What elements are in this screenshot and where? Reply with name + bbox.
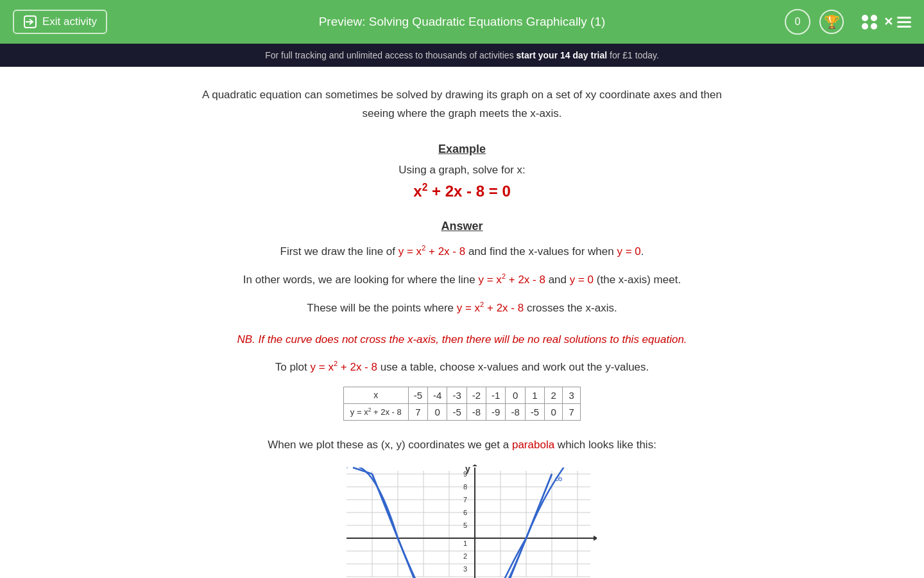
main-content: A quadratic equation can sometimes be so… <box>173 67 751 578</box>
dot2 <box>871 15 877 21</box>
answer-l1-y: y = 0 <box>617 245 640 258</box>
x-val-3: -3 <box>447 387 466 403</box>
svg-text:2: 2 <box>463 552 467 560</box>
parabola-word: parabola <box>512 439 554 451</box>
trophy-symbol: 🏆 <box>824 14 840 30</box>
parabola-text: When we plot these as (x, y) coordinates… <box>199 439 725 451</box>
header: Exit activity Preview: Solving Quadratic… <box>0 0 924 44</box>
menu-line2 <box>897 21 911 23</box>
svg-text:9: 9 <box>463 470 467 478</box>
svg-text:,: , <box>558 471 560 478</box>
svg-text:6: 6 <box>463 509 467 516</box>
answer-line3: These will be the points where y = x2 + … <box>199 297 725 319</box>
plot-text: To plot y = x2 + 2x - 8 use a table, cho… <box>199 360 725 374</box>
parabola-after: which looks like this: <box>554 439 656 451</box>
example-section: Example Using a graph, solve for x: x2 +… <box>199 143 725 200</box>
close-button[interactable]: ✕ <box>884 15 893 29</box>
exit-button[interactable]: Exit activity <box>13 10 107 34</box>
example-heading: Example <box>199 143 725 156</box>
svg-marker-22 <box>594 536 597 541</box>
dot4 <box>871 23 877 30</box>
example-equation-display: x2 + 2x - 8 = 0 <box>199 182 725 200</box>
trial-text-after: for £1 today. <box>607 50 659 60</box>
x-val-4: -2 <box>466 387 486 403</box>
answer-l3-before: These will be the points where <box>307 302 456 314</box>
y-val-8: 0 <box>545 403 563 420</box>
exit-label: Exit activity <box>42 15 97 28</box>
answer-line1: First we draw the line of y = x2 + 2x - … <box>199 241 725 263</box>
y-val-6: -8 <box>506 403 525 420</box>
table-row-y: y = x2 + 2x - 8 7 0 -5 -8 -9 -8 -5 0 7 <box>343 403 580 420</box>
menu-line3 <box>897 26 911 28</box>
y-val-4: -8 <box>466 403 486 420</box>
answer-l3-end: crosses the x-axis. <box>527 302 617 314</box>
answer-l2-before: In other words, we are looking for where… <box>243 274 479 286</box>
eq-label: y = x2 + 2x - 8 <box>343 403 408 420</box>
answer-l2-eq1: y = x2 + 2x - 8 <box>479 274 549 286</box>
plot-eq: y = x2 + 2x - 8 <box>311 361 377 373</box>
intro-paragraph: A quadratic equation can sometimes be so… <box>199 86 725 123</box>
answer-l3-eq: y = x2 + 2x - 8 <box>457 302 527 314</box>
answer-l2-mid: and <box>549 274 570 286</box>
svg-text:7: 7 <box>463 496 467 504</box>
score-badge[interactable]: 0 <box>785 9 810 35</box>
x-val-5: -1 <box>486 387 506 403</box>
exit-icon <box>23 15 37 29</box>
answer-l1-eq: y = x2 + 2x - 8 <box>398 245 465 258</box>
values-table: x -5 -4 -3 -2 -1 0 1 2 3 y = x2 + 2x - 8… <box>343 387 581 421</box>
svg-text:3: 3 <box>463 565 467 573</box>
trial-text-before: For full tracking and unlimited access t… <box>265 50 516 60</box>
answer-l1-before: First we draw the line of <box>280 245 398 258</box>
y-val-2: 0 <box>428 403 447 420</box>
answer-line2: In other words, we are looking for where… <box>199 269 725 291</box>
x-val-9: 3 <box>563 387 581 403</box>
plot-before: To plot <box>275 361 311 373</box>
svg-text:1: 1 <box>463 539 467 547</box>
score-value: 0 <box>795 16 801 28</box>
answer-l2-eq2: y = 0 <box>570 274 594 286</box>
x-val-6: 0 <box>506 387 525 403</box>
dot3 <box>862 23 868 30</box>
answer-l2-end: (the x-axis) meet. <box>594 274 681 286</box>
svg-marker-23 <box>472 464 477 466</box>
x-val-2: -4 <box>428 387 447 403</box>
x-val-1: -5 <box>408 387 427 403</box>
trial-banner: For full tracking and unlimited access t… <box>0 44 924 67</box>
y-val-7: -5 <box>525 403 544 420</box>
nb-text: NB. If the curve does not cross the x-ax… <box>199 331 725 348</box>
y-val-1: 7 <box>408 403 427 420</box>
trial-cta[interactable]: start your 14 day trial <box>517 50 608 60</box>
page-title: Preview: Solving Quadratic Equations Gra… <box>319 15 606 29</box>
header-right: 0 🏆 ✕ <box>785 9 911 35</box>
parabola-before: When we plot these as (x, y) coordinates… <box>268 439 512 451</box>
answer-section: Answer First we draw the line of y = x2 … <box>199 220 725 578</box>
example-instruction: Using a graph, solve for x: <box>199 164 725 177</box>
y-val-9: 7 <box>563 403 581 420</box>
menu-button[interactable] <box>897 17 911 28</box>
trophy-icon[interactable]: 🏆 <box>819 10 844 34</box>
graph-container: y 9 8 7 6 5 1 2 3 <box>199 464 725 578</box>
plot-after: use a table, choose x-values and work ou… <box>377 361 649 373</box>
svg-text:8: 8 <box>463 483 467 491</box>
answer-l1-end: . <box>641 245 644 258</box>
answer-l1-mid: and find the x-values for when <box>465 245 617 258</box>
dot1 <box>862 15 868 21</box>
window-controls <box>862 15 877 30</box>
x-val-8: 2 <box>545 387 563 403</box>
menu-line1 <box>897 17 911 19</box>
answer-heading: Answer <box>199 220 725 233</box>
parabola-graph: y 9 8 7 6 5 1 2 3 <box>327 464 597 578</box>
svg-text:5: 5 <box>463 521 467 529</box>
x-label: x <box>343 387 408 403</box>
table-row-x: x -5 -4 -3 -2 -1 0 1 2 3 <box>343 387 580 403</box>
x-val-7: 1 <box>525 387 544 403</box>
y-val-3: -5 <box>447 403 466 420</box>
y-val-5: -9 <box>486 403 506 420</box>
